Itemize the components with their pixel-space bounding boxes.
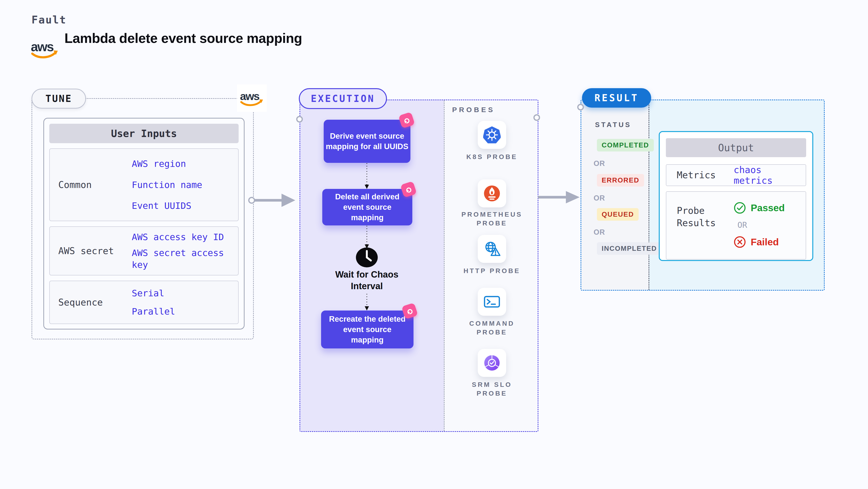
- step-delete-event-source-mapping: Delete all derived event source mapping: [322, 189, 412, 225]
- status-heading: STATUS: [595, 121, 631, 129]
- probe-results-label: Probe Results: [677, 205, 734, 259]
- probe-label-k8s: K8S PROBE: [460, 152, 524, 161]
- option-link[interactable]: AWS secret access key: [132, 247, 234, 271]
- kubernetes-icon: [483, 126, 501, 144]
- or-separator: OR: [738, 220, 785, 230]
- probe-card-k8s: [478, 121, 506, 149]
- failed-line: Failed: [734, 236, 785, 248]
- step-derive-event-source-mapping: Derive event source mapping for all UUID…: [324, 120, 410, 163]
- user-inputs-card: User Inputs Common AWS region Function n…: [43, 118, 245, 330]
- probes-heading: PROBES: [452, 106, 495, 114]
- svg-text:aws: aws: [240, 90, 259, 102]
- probe-results-values: Passed OR Failed: [734, 192, 785, 259]
- row-label: Common: [50, 179, 132, 190]
- step-text: Recreate the deleted: [329, 314, 406, 324]
- page-title: Lambda delete event source mapping: [64, 30, 302, 46]
- row-options: AWS access key ID AWS secret access key: [132, 227, 234, 275]
- connector-ring: [296, 116, 303, 123]
- diagram-canvas: Fault aws Lambda delete event source map…: [0, 0, 868, 489]
- probe-card-prometheus: [478, 179, 506, 207]
- fault-kicker: Fault: [32, 14, 66, 26]
- status-badge-queued: QUEUED: [597, 208, 639, 221]
- step-text: event source: [343, 202, 392, 212]
- step-recreate-event-source-mapping: Recreate the deleted event source mappin…: [321, 310, 413, 348]
- aws-logo-icon: aws: [240, 89, 264, 108]
- table-row-common: Common AWS region Function name Event UU…: [49, 148, 239, 221]
- x-circle-icon: [734, 236, 746, 248]
- connector-ring: [533, 114, 540, 121]
- dotted-connector: [362, 294, 372, 311]
- tune-pill: TUNE: [32, 89, 86, 109]
- row-label: Sequence: [50, 297, 132, 308]
- step-text: mapping: [351, 212, 384, 223]
- passed-label: Passed: [751, 203, 785, 214]
- passed-line: Passed: [734, 202, 785, 214]
- metrics-row: Metrics chaos metrics: [666, 164, 806, 186]
- result-pill: RESULT: [582, 88, 651, 108]
- or-separator: OR: [594, 194, 605, 203]
- arrow-execution-to-result: [537, 187, 581, 207]
- connector-ring: [577, 104, 584, 111]
- or-separator: OR: [594, 228, 605, 237]
- aws-logo-icon: aws: [30, 37, 59, 61]
- metrics-label: Metrics: [677, 169, 734, 181]
- option-link[interactable]: AWS region: [132, 158, 234, 170]
- probe-card-http: [478, 235, 506, 263]
- step-text: event source: [343, 324, 392, 335]
- table-row-sequence: Sequence Serial Parallel: [49, 281, 239, 324]
- probe-label-http: HTTP PROBE: [460, 267, 524, 275]
- table-row-aws-secret: AWS secret AWS access key ID AWS secret …: [49, 226, 239, 275]
- option-link[interactable]: AWS access key ID: [132, 231, 234, 243]
- svg-text:aws: aws: [31, 39, 54, 54]
- http-globe-warning-icon: [483, 240, 501, 258]
- step-text: Derive event source: [330, 131, 404, 141]
- row-options: Serial Parallel: [132, 281, 234, 324]
- status-badge-errored: ERRORED: [597, 174, 644, 187]
- probe-card-command: [478, 288, 506, 316]
- row-label: AWS secret: [50, 246, 132, 256]
- step-text: mapping: [351, 335, 384, 345]
- user-inputs-header: User Inputs: [49, 124, 239, 143]
- option-link[interactable]: Parallel: [132, 306, 234, 317]
- probe-label-prometheus: PROMETHEUS PROBE: [460, 210, 524, 227]
- aws-corner-logo: aws: [237, 84, 267, 112]
- arrow-tune-to-execution: [247, 188, 298, 212]
- wait-for-chaos-interval-label: Wait for Chaos Interval: [327, 269, 407, 292]
- probe-label-srm-slo: SRM SLO PROBE: [460, 380, 524, 398]
- probe-card-srm-slo: [478, 349, 506, 377]
- terminal-icon: [483, 293, 501, 310]
- probe-results-row: Probe Results Passed OR Fai: [666, 191, 806, 259]
- status-badge-incompleted: INCOMPLETED: [597, 242, 661, 255]
- row-options: AWS region Function name Event UUIDS: [132, 149, 234, 221]
- wait-text: Wait for Chaos: [327, 269, 407, 280]
- srm-slo-gauge-icon: [483, 354, 501, 372]
- failed-label: Failed: [751, 237, 779, 248]
- dotted-connector: [362, 225, 372, 249]
- output-header: Output: [666, 138, 806, 157]
- option-link[interactable]: Event UUIDS: [132, 200, 234, 212]
- execution-pill: EXECUTION: [299, 88, 387, 109]
- chaos-metrics-link[interactable]: chaos metrics: [734, 164, 806, 186]
- check-circle-icon: [734, 202, 746, 214]
- option-link[interactable]: Serial: [132, 287, 234, 299]
- status-badge-completed: COMPLETED: [597, 139, 654, 151]
- prometheus-icon: [483, 185, 501, 202]
- clock-icon: [355, 247, 378, 268]
- wait-text: Interval: [327, 280, 407, 292]
- step-text: Delete all derived: [335, 191, 399, 202]
- step-text: mapping for all UUIDS: [326, 141, 408, 152]
- output-card: Output Metrics chaos metrics Probe Resul…: [659, 131, 813, 261]
- or-separator: OR: [594, 159, 605, 168]
- option-link[interactable]: Function name: [132, 179, 234, 191]
- probe-label-command: COMMAND PROBE: [460, 319, 524, 337]
- status-column: [581, 100, 649, 290]
- dotted-connector: [362, 163, 372, 189]
